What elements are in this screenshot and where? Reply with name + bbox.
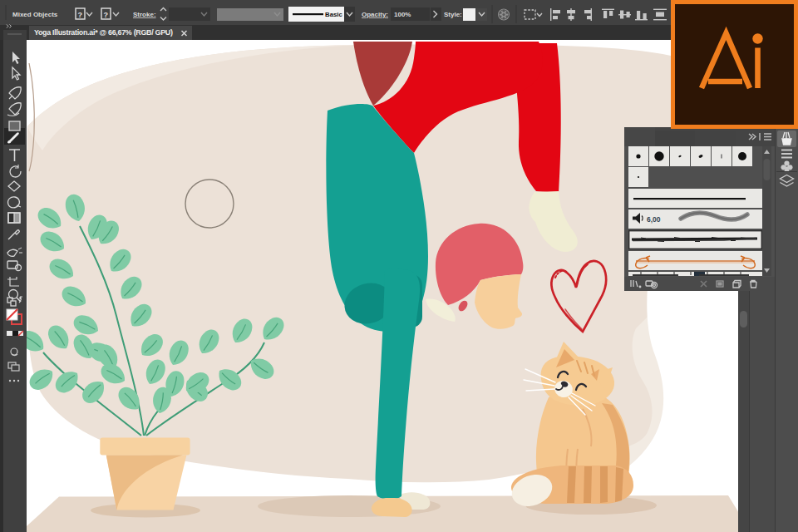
svg-text:Mixed Objects: Mixed Objects <box>12 11 58 18</box>
svg-text:Style:: Style: <box>444 11 462 18</box>
svg-text:6,00: 6,00 <box>647 215 661 224</box>
svg-text:100%: 100% <box>394 11 411 18</box>
svg-text:Opacity:: Opacity: <box>362 11 388 18</box>
svg-text:?: ? <box>78 11 83 19</box>
svg-text:?: ? <box>104 11 109 19</box>
svg-text:Basic: Basic <box>325 11 342 18</box>
svg-text:Stroke:: Stroke: <box>133 11 156 18</box>
